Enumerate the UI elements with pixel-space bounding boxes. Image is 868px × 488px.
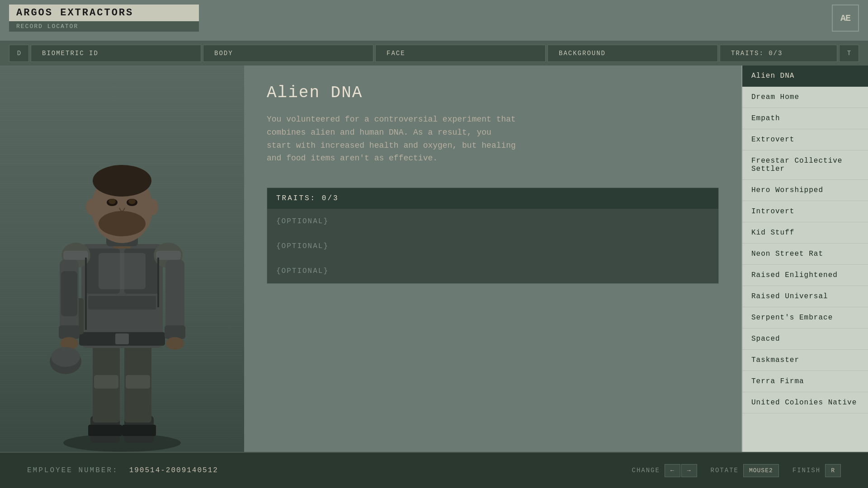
svg-point-38 bbox=[147, 199, 158, 215]
trait-list-item[interactable]: Dream Home bbox=[742, 87, 868, 108]
svg-rect-14 bbox=[115, 333, 129, 344]
trait-list-item[interactable]: Introvert bbox=[742, 201, 868, 222]
trait-slot-1[interactable]: {OPTIONAL} bbox=[267, 209, 718, 234]
tab-biometric-id[interactable]: BIOMETRIC ID bbox=[31, 45, 201, 62]
trait-list-item[interactable]: Taskmaster bbox=[742, 350, 868, 371]
trait-slot-2[interactable]: {OPTIONAL} bbox=[267, 234, 718, 258]
change-label: CHANGE bbox=[632, 467, 660, 474]
top-bar: ARGOS EXTRACTORS RECORD LOCATOR AE bbox=[0, 0, 868, 41]
trait-list-item[interactable]: Raised Universal bbox=[742, 286, 868, 307]
finish-label: FINISH bbox=[793, 467, 821, 474]
svg-rect-12 bbox=[88, 296, 156, 310]
tab-background[interactable]: BACKGROUND bbox=[547, 45, 718, 62]
change-keys: ← → bbox=[665, 464, 697, 477]
change-key-left[interactable]: ← bbox=[665, 464, 680, 477]
app-title: ARGOS EXTRACTORS bbox=[9, 5, 199, 21]
trait-list-item[interactable]: Serpent's Embrace bbox=[742, 307, 868, 328]
svg-point-31 bbox=[93, 165, 151, 197]
svg-rect-4 bbox=[122, 425, 156, 436]
trait-list-item[interactable]: Extrovert bbox=[742, 129, 868, 150]
svg-point-36 bbox=[99, 211, 146, 236]
trait-list-item[interactable]: United Colonies Native bbox=[742, 392, 868, 413]
trait-list-item[interactable]: Kid Stuff bbox=[742, 222, 868, 244]
svg-rect-43 bbox=[99, 253, 146, 289]
character-figure bbox=[27, 81, 217, 452]
title-block: ARGOS EXTRACTORS RECORD LOCATOR bbox=[9, 5, 199, 32]
svg-rect-7 bbox=[94, 375, 118, 389]
svg-point-37 bbox=[86, 199, 97, 215]
trait-list-item[interactable]: Hero Worshipped bbox=[742, 180, 868, 201]
bottom-actions: CHANGE ← → ROTATE MOUSE2 FINISH R bbox=[632, 464, 841, 477]
trait-list-item[interactable]: Raised Enlightened bbox=[742, 265, 868, 286]
traits-slots-panel: TRAITS: 0/3 {OPTIONAL} {OPTIONAL} {OPTIO… bbox=[267, 188, 719, 284]
trait-detail-title: Alien DNA bbox=[267, 84, 719, 102]
nav-right-button[interactable]: T bbox=[839, 45, 859, 62]
svg-point-0 bbox=[63, 434, 181, 452]
svg-point-34 bbox=[108, 199, 116, 204]
trait-list-panel: Alien DNADream HomeEmpathExtrovertFreest… bbox=[741, 66, 868, 452]
svg-rect-25 bbox=[165, 325, 185, 339]
tab-traits[interactable]: TRAITS: 0/3 bbox=[720, 45, 837, 62]
employee-number: 190514-2009140512 bbox=[129, 466, 218, 474]
svg-point-35 bbox=[128, 199, 136, 204]
info-panel: Alien DNA You volunteered for a controve… bbox=[244, 66, 741, 452]
svg-rect-18 bbox=[63, 251, 88, 260]
main-content: Alien DNA You volunteered for a controve… bbox=[0, 66, 868, 452]
rotate-key[interactable]: MOUSE2 bbox=[743, 464, 779, 477]
trait-list-item[interactable]: Freestar Collective Settler bbox=[742, 150, 868, 180]
rotate-label: ROTATE bbox=[711, 467, 739, 474]
tab-body[interactable]: BODY bbox=[203, 45, 373, 62]
svg-rect-20 bbox=[156, 251, 181, 260]
trait-detail-description: You volunteered for a controversial expe… bbox=[267, 113, 520, 165]
svg-rect-23 bbox=[165, 260, 184, 332]
svg-rect-3 bbox=[88, 425, 122, 436]
trait-list-item[interactable]: Alien DNA bbox=[742, 66, 868, 87]
trait-list-item[interactable]: Terra Firma bbox=[742, 371, 868, 392]
action-group-finish: FINISH R bbox=[793, 464, 841, 477]
nav-tabs: D BIOMETRIC ID BODY FACE BACKGROUND TRAI… bbox=[0, 41, 868, 66]
trait-list-item[interactable]: Spaced bbox=[742, 328, 868, 350]
nav-left-button[interactable]: D bbox=[9, 45, 29, 62]
finish-key[interactable]: R bbox=[825, 464, 841, 477]
svg-rect-24 bbox=[59, 325, 80, 339]
svg-point-27 bbox=[166, 337, 184, 350]
action-group-change: CHANGE ← → bbox=[632, 464, 697, 477]
bottom-bar: EMPLOYEE NUMBER: 190514-2009140512 CHANG… bbox=[0, 452, 868, 488]
svg-rect-8 bbox=[126, 375, 150, 389]
svg-point-40 bbox=[51, 347, 80, 367]
traits-slots-header: TRAITS: 0/3 bbox=[267, 188, 718, 209]
character-view bbox=[0, 66, 244, 452]
trait-slot-3[interactable]: {OPTIONAL} bbox=[267, 258, 718, 283]
record-locator: RECORD LOCATOR bbox=[9, 21, 199, 32]
employee-label: EMPLOYEE NUMBER: bbox=[27, 466, 118, 474]
action-group-rotate: ROTATE MOUSE2 bbox=[711, 464, 779, 477]
trait-list-item[interactable]: Neon Street Rat bbox=[742, 244, 868, 265]
svg-rect-22 bbox=[61, 271, 77, 316]
logo-block: AE bbox=[832, 5, 859, 32]
trait-list-item[interactable]: Empath bbox=[742, 108, 868, 129]
change-key-right[interactable]: → bbox=[681, 464, 697, 477]
tab-face[interactable]: FACE bbox=[375, 45, 546, 62]
